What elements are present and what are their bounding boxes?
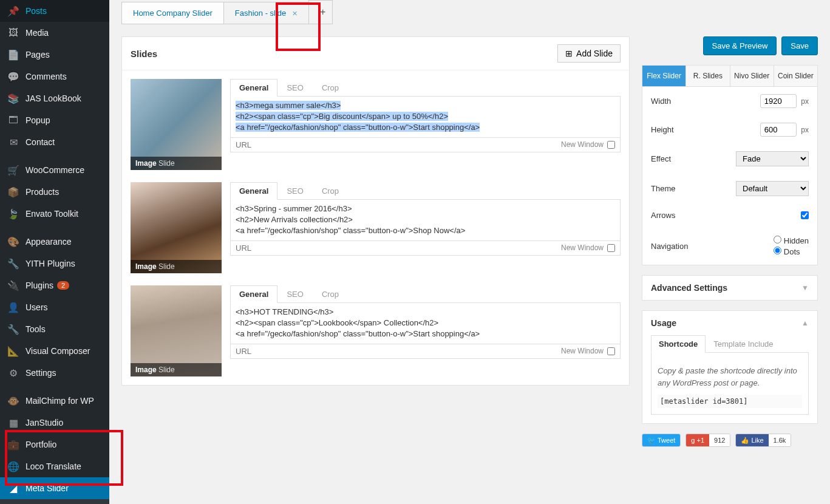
- new-window-label: New Window: [561, 347, 604, 355]
- menu-icon: 🍃: [7, 208, 19, 220]
- slide-thumbnail[interactable]: Image Slide: [131, 285, 222, 376]
- slide-url-input[interactable]: [236, 140, 561, 149]
- sidebar-item-products[interactable]: 📦Products: [0, 181, 109, 203]
- new-window-checkbox[interactable]: [607, 244, 615, 252]
- usage-panel: Usage ▲ Shortcode Template Include Copy …: [642, 310, 818, 424]
- sidebar-item-mailchimp-for-wp[interactable]: 🐵MailChimp for WP: [0, 390, 109, 412]
- menu-label: JAS LookBook: [26, 94, 81, 103]
- sidebar-item-visual-composer[interactable]: 📐Visual Composer: [0, 340, 109, 362]
- slider-type-nivo[interactable]: Nivo Slider: [730, 66, 774, 86]
- menu-label: Users: [26, 302, 48, 312]
- slider-type-rslides[interactable]: R. Slides: [686, 66, 730, 86]
- sidebar-item-janstudio[interactable]: ▦JanStudio: [0, 412, 109, 434]
- slide-subtab-general[interactable]: General: [230, 79, 277, 97]
- sidebar-item-plugins[interactable]: 🔌Plugins2: [0, 274, 109, 296]
- slider-type-flex[interactable]: Flex Slider: [642, 66, 686, 86]
- menu-icon: 🛒: [7, 164, 19, 176]
- menu-label: Contact: [26, 137, 55, 147]
- sidebar-item-envato-toolkit[interactable]: 🍃Envato Toolkit: [0, 203, 109, 225]
- add-slide-button[interactable]: ⊞ Add Slide: [557, 44, 621, 63]
- width-input[interactable]: [760, 94, 797, 108]
- sidebar-item-yith-plugins[interactable]: 🔧YITH Plugins: [0, 253, 109, 274]
- menu-label: Portfolio: [26, 440, 56, 449]
- slide-subtab-crop[interactable]: Crop: [313, 182, 348, 200]
- slide-subtab-seo[interactable]: SEO: [277, 285, 312, 303]
- gplus-button[interactable]: g +1912: [685, 434, 730, 447]
- new-window-checkbox[interactable]: [607, 347, 615, 355]
- slide-subtab-general[interactable]: General: [230, 182, 277, 200]
- theme-select[interactable]: Default: [736, 181, 809, 196]
- menu-icon: 🔌: [7, 279, 19, 291]
- thumb-type-label: Image Slide: [131, 363, 222, 376]
- slide-fields: GeneralSEOCrop<h3>Spring - summer 2016</…: [230, 182, 621, 273]
- menu-label: Media: [26, 28, 49, 38]
- slide-subtab-seo[interactable]: SEO: [277, 79, 312, 97]
- menu-label: Plugins: [26, 281, 53, 290]
- usage-tab-template[interactable]: Template Include: [706, 335, 781, 353]
- sidebar-item-contact[interactable]: ✉Contact: [0, 131, 109, 153]
- effect-select[interactable]: Fade: [736, 151, 809, 166]
- usage-tab-shortcode[interactable]: Shortcode: [651, 335, 706, 353]
- caption-textarea[interactable]: <h3>Spring - summer 2016</h3><h2>New Arr…: [230, 200, 621, 241]
- nav-dots-option[interactable]: Dots: [774, 247, 809, 256]
- menu-label: Popup: [26, 115, 50, 125]
- sidebar-item-users[interactable]: 👤Users: [0, 296, 109, 318]
- sidebar-item-comments[interactable]: 💬Comments: [0, 66, 109, 87]
- slide-subtab-general[interactable]: General: [230, 285, 277, 303]
- close-icon[interactable]: ✕: [292, 10, 298, 17]
- caption-textarea[interactable]: <h3>HOT TRENDING</h3><h2><span class="cp…: [230, 303, 621, 344]
- sidebar-item-settings[interactable]: ⚙Settings: [0, 362, 109, 384]
- sidebar-item-popup[interactable]: 🗔Popup: [0, 109, 109, 131]
- usage-toggle[interactable]: Usage ▲: [642, 311, 817, 335]
- menu-label: MailChimp for WP: [26, 396, 94, 406]
- save-button[interactable]: Save: [781, 36, 818, 55]
- slide-subtab-crop[interactable]: Crop: [313, 79, 348, 97]
- slide-fields: GeneralSEOCrop<h3>HOT TRENDING</h3><h2><…: [230, 285, 621, 376]
- caption-textarea[interactable]: <h3>mega summer sale</h3><h2><span class…: [230, 97, 621, 138]
- advanced-settings-panel: Advanced Settings ▼: [642, 275, 818, 301]
- tab-fashion-slide[interactable]: Fashion - slide ✕: [223, 2, 309, 24]
- slide-thumbnail[interactable]: Image Slide: [131, 182, 222, 273]
- settings-panel: Flex Slider R. Slides Nivo Slider Coin S…: [642, 65, 818, 265]
- sidebar-item-loco-translate[interactable]: 🌐Loco Translate: [0, 455, 109, 459]
- add-tab-button[interactable]: +: [308, 0, 333, 24]
- menu-label: Appearance: [26, 237, 72, 247]
- add-slide-icon: ⊞: [565, 49, 573, 58]
- sidebar-item-portfolio[interactable]: 💼Portfolio: [0, 434, 109, 455]
- sidebar-item-pages[interactable]: 📄Pages: [0, 44, 109, 66]
- menu-label: Pages: [26, 50, 50, 60]
- sidebar-item-media[interactable]: 🖼Media: [0, 22, 109, 44]
- sidebar-item-tools[interactable]: 🔧Tools: [0, 318, 109, 340]
- sidebar-item-jas-lookbook[interactable]: 📚JAS LookBook: [0, 87, 109, 109]
- tab-home-company[interactable]: Home Company Slider: [121, 2, 224, 24]
- arrows-checkbox[interactable]: [801, 211, 809, 219]
- slide-url-input[interactable]: [236, 347, 561, 356]
- slide-subtab-seo[interactable]: SEO: [277, 182, 312, 200]
- menu-icon: 📌: [7, 5, 19, 17]
- sidebar-item-appearance[interactable]: 🎨Appearance: [0, 231, 109, 253]
- height-label: Height: [651, 125, 674, 134]
- slide-url-input[interactable]: [236, 243, 561, 253]
- nav-dots-radio[interactable]: [774, 247, 781, 254]
- new-window-checkbox[interactable]: [607, 141, 615, 149]
- slider-type-coin[interactable]: Coin Slider: [774, 66, 817, 86]
- menu-label: Products: [26, 187, 59, 197]
- slide-row: Image SlideGeneralSEOCrop<h3>mega summer…: [131, 79, 621, 170]
- thumb-type-label: Image Slide: [131, 157, 222, 170]
- advanced-settings-toggle[interactable]: Advanced Settings ▼: [642, 276, 817, 300]
- save-preview-button[interactable]: Save & Preview: [703, 36, 777, 55]
- menu-icon: ✉: [7, 136, 19, 148]
- shortcode-text[interactable]: [metaslider id=3801]: [658, 395, 802, 408]
- nav-hidden-radio[interactable]: [774, 236, 781, 243]
- chevron-down-icon: ▼: [801, 284, 809, 292]
- menu-icon: 💬: [7, 70, 19, 83]
- sidebar-item-posts[interactable]: 📌Posts: [0, 0, 109, 22]
- slide-fields: GeneralSEOCrop<h3>mega summer sale</h3><…: [230, 79, 621, 170]
- sidebar-item-woocommerce[interactable]: 🛒WooCommerce: [0, 159, 109, 181]
- fb-like-button[interactable]: 👍 Like1.6k: [735, 434, 791, 447]
- slide-thumbnail[interactable]: Image Slide: [131, 79, 222, 170]
- nav-hidden-option[interactable]: Hidden: [774, 236, 809, 245]
- tweet-button[interactable]: 🐦 Tweet: [642, 434, 681, 447]
- slide-subtab-crop[interactable]: Crop: [313, 285, 348, 303]
- height-input[interactable]: [760, 123, 797, 137]
